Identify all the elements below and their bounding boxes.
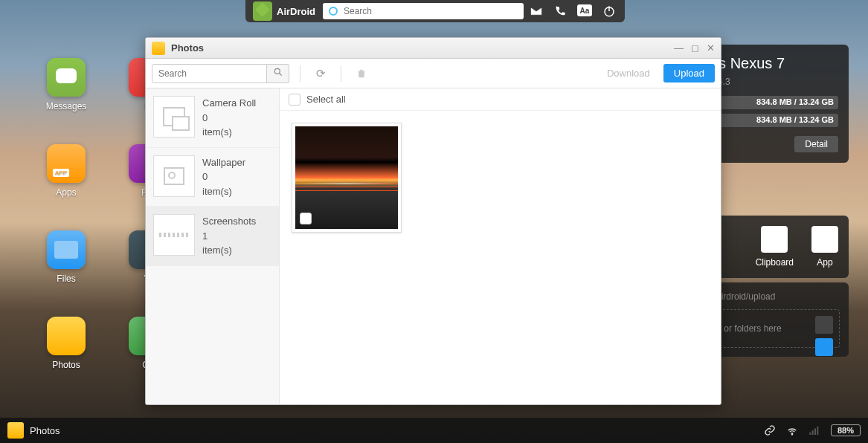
global-search-input[interactable] — [344, 6, 518, 16]
device-name: us Nexus 7 — [710, 55, 838, 72]
select-all-checkbox[interactable] — [289, 94, 300, 106]
tool-label: Clipboard — [756, 257, 794, 268]
brand-label: AirDroid — [277, 6, 315, 17]
apps-icon — [47, 144, 86, 183]
photos-window: Photos — ◻ ✕ ⟳ Download Upload Camera Ro… — [145, 37, 721, 405]
window-app-icon — [152, 42, 165, 55]
files-icon — [47, 230, 86, 269]
top-icons: Aa — [530, 4, 625, 18]
select-all-label: Select all — [306, 94, 346, 105]
taskbar-app-icon[interactable] — [7, 422, 24, 439]
album-sidebar: Camera Roll 0 item(s) Wallpaper 0 item(s… — [146, 88, 280, 404]
desktop-files[interactable]: Files — [45, 230, 88, 284]
detail-button[interactable]: Detail — [794, 136, 838, 152]
close-button[interactable]: ✕ — [707, 42, 715, 54]
upload-panel: d/airdroid/upload s or folders here — [700, 282, 849, 357]
svg-rect-8 — [817, 427, 818, 435]
album-info: Camera Roll 0 item(s) — [202, 96, 256, 140]
upload-hint: s or folders here — [717, 323, 782, 334]
titlebar[interactable]: Photos — ◻ ✕ — [146, 38, 721, 59]
refresh-button[interactable]: ⟳ — [311, 64, 330, 83]
album-thumb-icon — [153, 155, 195, 197]
upload-button[interactable]: Upload — [663, 64, 715, 83]
device-os: d 4.3 — [710, 77, 838, 87]
upload-file-icon[interactable] — [815, 338, 833, 356]
window-body: Camera Roll 0 item(s) Wallpaper 0 item(s… — [146, 88, 721, 404]
storage-text: 834.8 MB / 13.24 GB — [756, 115, 834, 124]
window-title: Photos — [171, 42, 674, 54]
desktop-label: Apps — [56, 187, 76, 198]
wifi-icon[interactable] — [786, 424, 798, 436]
app-icon — [811, 226, 838, 253]
album-count: 0 — [202, 169, 245, 184]
minimize-button[interactable]: — — [674, 42, 684, 54]
font-icon[interactable]: Aa — [577, 4, 592, 16]
album-count: 0 — [202, 111, 256, 126]
album-thumb-icon — [153, 214, 195, 256]
mail-icon[interactable] — [530, 4, 543, 18]
album-info: Screenshots 1 item(s) — [202, 214, 256, 258]
search-icon — [329, 7, 338, 16]
photo-thumbnail[interactable] — [292, 123, 402, 233]
power-icon[interactable] — [602, 4, 616, 18]
album-unit: item(s) — [202, 243, 256, 258]
tool-app[interactable]: App — [811, 226, 838, 268]
album-wallpaper[interactable]: Wallpaper 0 item(s) — [146, 148, 279, 207]
toolbar: ⟳ Download Upload — [146, 59, 721, 88]
separator — [341, 65, 341, 82]
clipboard-icon — [761, 226, 788, 253]
content-area: Select all — [280, 88, 721, 404]
desktop-label: Photos — [52, 360, 80, 370]
phone-icon[interactable] — [553, 4, 567, 18]
album-thumb-icon — [153, 96, 195, 138]
desktop-messages[interactable]: Messages — [45, 58, 88, 111]
album-count: 1 — [202, 229, 256, 244]
signal-icon — [808, 424, 820, 436]
album-camera-roll[interactable]: Camera Roll 0 item(s) — [146, 88, 279, 148]
link-icon[interactable] — [764, 424, 776, 436]
top-bar: AirDroid Aa — [245, 0, 625, 22]
taskbar-app-label[interactable]: Photos — [30, 425, 60, 436]
search-input[interactable] — [152, 64, 267, 83]
svg-rect-6 — [812, 430, 814, 435]
svg-line-3 — [279, 74, 281, 76]
battery-indicator[interactable]: 88% — [831, 424, 861, 436]
svg-rect-7 — [814, 428, 816, 435]
photos-icon — [47, 317, 86, 355]
album-unit: item(s) — [202, 125, 256, 140]
photo-checkbox[interactable] — [300, 213, 312, 224]
svg-point-4 — [791, 434, 792, 435]
airdroid-logo-icon — [253, 1, 272, 21]
taskbar: Photos 88% — [0, 418, 868, 443]
tool-clipboard[interactable]: Clipboard — [756, 226, 794, 268]
storage-bar-1: 834.8 MB / 13.24 GB — [710, 96, 838, 109]
select-all-row: Select all — [280, 88, 721, 111]
desktop-apps[interactable]: Apps — [45, 144, 88, 198]
upload-folder-icon[interactable] — [815, 316, 833, 334]
album-unit: item(s) — [202, 184, 245, 199]
brand: AirDroid — [245, 1, 323, 21]
upload-path: d/airdroid/upload — [709, 291, 840, 302]
separator — [300, 65, 300, 82]
delete-button[interactable] — [352, 64, 371, 83]
album-info: Wallpaper 0 item(s) — [202, 155, 245, 199]
search-box — [152, 64, 289, 83]
desktop-label: Messages — [46, 101, 87, 111]
album-screenshots[interactable]: Screenshots 1 item(s) — [146, 207, 279, 266]
desktop-label: Files — [57, 274, 75, 284]
storage-text: 834.8 MB / 13.24 GB — [756, 97, 834, 106]
upload-dropzone[interactable]: s or folders here — [709, 309, 840, 348]
maximize-button[interactable]: ◻ — [691, 42, 699, 54]
album-name: Camera Roll — [202, 96, 256, 111]
global-search[interactable] — [323, 3, 524, 19]
tool-label: App — [817, 257, 832, 268]
desktop-photos[interactable]: Photos — [45, 317, 88, 370]
search-button[interactable] — [267, 64, 289, 83]
download-button[interactable]: Download — [599, 65, 658, 82]
upload-side-buttons — [815, 316, 833, 360]
photo-grid — [280, 111, 721, 404]
storage-bar-2: 834.8 MB / 13.24 GB — [710, 114, 838, 127]
svg-point-2 — [274, 68, 280, 74]
tools-panel: Clipboard App — [700, 216, 849, 278]
album-name: Wallpaper — [202, 155, 245, 170]
